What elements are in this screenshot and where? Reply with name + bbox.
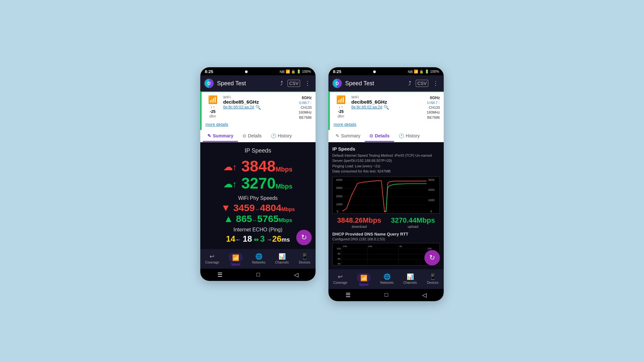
wifi-icon-box-left: 📶 ↓ ↑ -25 dBm [205, 95, 220, 118]
nav-devices-right[interactable]: 📱 Devices [425, 272, 441, 288]
android-back-left[interactable]: ◁ [294, 271, 298, 278]
phy-down-max-left: 4804 [260, 202, 281, 213]
svg-text:-14s: -14s [367, 245, 372, 248]
speed-icon-left: 📶 [232, 255, 239, 261]
wifi-card-right: 📶 ↓ ↑ -25 dBm WIFI decibe85_6GHz 6e:8c:b… [328, 92, 444, 130]
tab-history-right[interactable]: 🕐 History [394, 130, 424, 142]
share-icon-right[interactable]: ⤴ [407, 79, 412, 88]
nav-channels-right[interactable]: 📊 Channels [401, 272, 419, 288]
svg-text:-24s: -24s [342, 245, 347, 248]
svg-text:2000: 2000 [336, 195, 343, 198]
history-tab-icon-right: 🕐 [399, 133, 404, 138]
refresh-button-right[interactable]: ↻ [424, 250, 440, 265]
tab-history-label-right: History [406, 133, 420, 138]
more-details-left[interactable]: more details [205, 122, 312, 127]
wifi-icon-box-right: 📶 ↓ ↑ -25 dBm [334, 95, 348, 118]
ip-speeds-title-left: IP Speeds [204, 147, 312, 154]
ip-speeds-title-right: IP Speeds [332, 146, 440, 152]
nav-networks-label-right: Networks [380, 281, 394, 284]
phy-down-val-left: 3459 [233, 202, 255, 213]
ip-speeds-desc-right: Default Internet Speed Testing Method: i… [332, 153, 440, 174]
more-icon-left[interactable]: ⋮ [303, 79, 312, 88]
svg-text:3000: 3000 [336, 186, 343, 190]
download-result-val-right: 3848.26Mbps [337, 216, 381, 225]
content-wrapper-right: IP Speeds Default Internet Speed Testing… [328, 142, 444, 269]
desc-line2: Server (iperf3t://192.168.68.50?P=20) [332, 159, 392, 162]
status-icons-left: NB 📶 🔒 🔋 100% [280, 70, 311, 74]
phone-right: 8:25 NB 📶 🔒 🔋 100% D Speed Test ⤴ CSV ⋮ [328, 67, 444, 301]
nav-networks-right[interactable]: 🌐 Networks [378, 272, 396, 288]
status-bar-right: 8:25 NB 📶 🔒 🔋 100% [328, 67, 444, 75]
wifi-band-left: 6GHz [302, 95, 312, 101]
nav-coverage-left[interactable]: ↩ Coverage [203, 252, 221, 267]
nav-channels-left[interactable]: 📊 Channels [273, 252, 290, 267]
nav-networks-left[interactable]: 🌐 Networks [250, 252, 268, 267]
wifi-phy-title-left: WiFi Phy Speeds [204, 195, 312, 201]
speed-icon-bg-right: 📶 [357, 273, 371, 282]
content-wrapper-left: IP Speeds ☁↑ 3848Mbps ☁↑ 3270Mbps WiFi P… [200, 142, 316, 249]
android-nav-left: ☰ □ ◁ [200, 269, 316, 281]
more-icon-right[interactable]: ⋮ [431, 79, 440, 88]
nav-speed-label-left: Speed [231, 263, 240, 266]
app-title-right: Speed Test [345, 80, 404, 87]
android-menu-left[interactable]: ☰ [217, 271, 223, 278]
status-dot-right [373, 70, 376, 73]
wifi-mac-right[interactable]: 6e:8c:b5:02:aa:2d [351, 105, 382, 109]
tab-details-left[interactable]: ⊙ Details [238, 130, 266, 142]
phy-down-left: ▼ 3459↔4804Mbps [204, 202, 312, 213]
wifi-mac-left[interactable]: 6e:8c:b5:02:aa:2d [223, 105, 254, 109]
phy-up-max-left: 5765 [257, 213, 279, 224]
share-icon-left[interactable]: ⤴ [279, 79, 284, 88]
tab-summary-left[interactable]: ✎ Summary [203, 130, 238, 142]
android-menu-right[interactable]: ☰ [346, 292, 351, 299]
tab-summary-label-left: Summary [213, 133, 233, 138]
dns-chart-svg: -24s -14s -4s 100 80 60 40 100 80 60 40 [333, 243, 440, 265]
wifi-card-top-right: 📶 ↓ ↑ -25 dBm WIFI decibe85_6GHz 6e:8c:b… [334, 95, 440, 120]
csv-icon-left[interactable]: CSV [288, 80, 300, 87]
nav-networks-label-left: Networks [252, 261, 266, 264]
wifi-bssid-left: BE7686 [299, 115, 312, 120]
wifi-ssid-left: decibe85_6GHz [223, 99, 295, 105]
csv-icon-right[interactable]: CSV [416, 80, 428, 87]
tab-history-left[interactable]: 🕐 History [266, 130, 297, 142]
phones-container: 8:25 NB 📶 🔒 🔋 100% D Speed Test ⤴ CSV ⋮ [200, 67, 444, 301]
wifi-standard-left: U-NII-7 ↑ [299, 101, 312, 105]
dbm-label-left: dBm [209, 115, 216, 118]
phy-up-prefix-left: ▲ [224, 213, 233, 224]
svg-text:0: 0 [337, 210, 338, 213]
details-tab-icon-right: ⊙ [369, 133, 373, 138]
refresh-button-left[interactable]: ↻ [296, 230, 312, 245]
tab-details-right[interactable]: ⊙ Details [365, 130, 394, 142]
networks-icon-right: 🌐 [384, 273, 391, 280]
summary-tab-icon-left: ✎ [207, 133, 211, 138]
app-logo-right: D [332, 79, 342, 88]
search-icon-left[interactable]: 🔍 [255, 105, 261, 110]
android-home-right[interactable]: □ [385, 292, 388, 298]
devices-icon-right: 📱 [429, 273, 436, 280]
search-icon-right[interactable]: 🔍 [384, 105, 389, 110]
more-details-right[interactable]: more details [334, 122, 440, 127]
nav-speed-right[interactable]: 📶 Speed [355, 272, 373, 288]
nav-devices-label-left: Devices [299, 261, 310, 264]
dns-config-right: Configured DNS (192.168.0.1:53) [332, 237, 440, 241]
wifi-bandwidth-right: 160MHz [427, 110, 440, 115]
tab-summary-right[interactable]: ✎ Summary [331, 130, 365, 142]
nav-channels-label-right: Channels [403, 281, 417, 284]
android-back-right[interactable]: ◁ [422, 292, 427, 299]
details-content-right: IP Speeds Default Internet Speed Testing… [328, 142, 444, 269]
android-home-left[interactable]: □ [257, 271, 260, 278]
wifi-label-right: WIFI [351, 95, 359, 99]
download-result-right: 3848.26Mbps download [337, 216, 381, 228]
tabs-right: ✎ Summary ⊙ Details 🕐 History [328, 130, 444, 142]
nav-speed-left[interactable]: 📶 Speed [227, 252, 244, 267]
nav-devices-left[interactable]: 📱 Devices [297, 252, 313, 267]
svg-text:-4s: -4s [399, 245, 402, 248]
dbm-label-right: dBm [337, 115, 344, 118]
download-speed-left: ☁↑ 3848Mbps [204, 158, 312, 175]
coverage-icon-right: ↩ [338, 273, 343, 280]
upload-result-label-right: upload [391, 225, 435, 228]
nav-coverage-right[interactable]: ↩ Coverage [331, 272, 349, 288]
channels-icon-left: 📊 [279, 253, 286, 260]
phy-down-unit-left: Mbps [281, 207, 295, 212]
wifi-name-row-right: WIFI [351, 95, 423, 99]
